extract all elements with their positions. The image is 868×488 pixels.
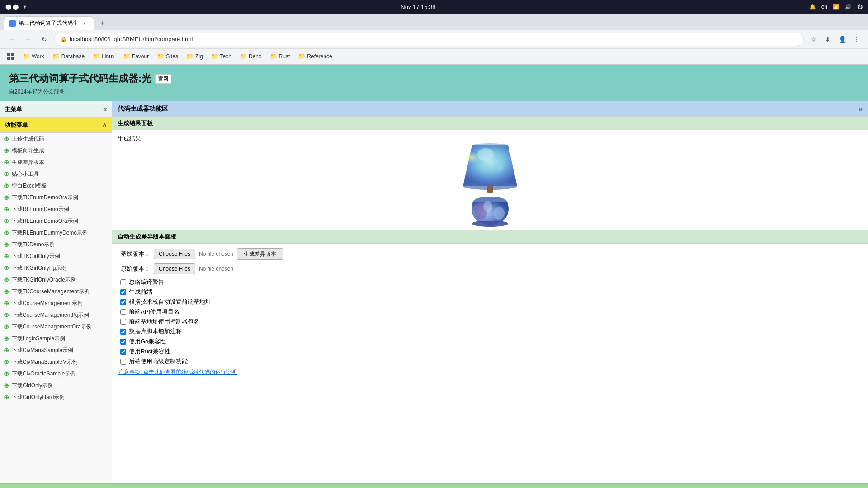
- bookmark-item-tech[interactable]: 📁Tech: [208, 51, 235, 62]
- bookmark-item-work[interactable]: 📁Work: [19, 51, 48, 62]
- window-menu-icon[interactable]: ▼: [22, 4, 27, 9]
- base-version-choose-files-button[interactable]: Choose Files: [154, 249, 195, 259]
- bookmark-item-zig[interactable]: 📁Zig: [183, 51, 207, 62]
- sidebar-menu-item[interactable]: ⊕下载CourseManagement示例: [0, 297, 112, 309]
- checkbox-6[interactable]: [120, 339, 126, 345]
- bookmark-item-linux[interactable]: 📁Linux: [89, 51, 118, 62]
- bookmark-item-rust[interactable]: 📁Rust: [266, 51, 294, 62]
- menu-plus-icon: ⊕: [4, 159, 9, 166]
- sidebar-menu-item[interactable]: ⊕下载GirlOnly示例: [0, 380, 112, 391]
- menu-item-label: 下载GirlOnlyHard示例: [12, 394, 65, 401]
- menu-item-label: 生成差异版本: [12, 159, 44, 166]
- result-panel: 生成结果面板 生成结果:: [112, 117, 868, 230]
- sidebar-menu-item[interactable]: ⊕下载TKDemo示例: [0, 239, 112, 250]
- os-window-controls[interactable]: ⬤ ⬤ ▼: [5, 4, 27, 10]
- sidebar-menu-item[interactable]: ⊕贴心小工具: [0, 168, 112, 180]
- lamp-image: [449, 136, 531, 228]
- sidebar-menu-item[interactable]: ⊕下载TKCourseManagement示例: [0, 286, 112, 297]
- menu-plus-icon: ⊕: [4, 323, 9, 330]
- checkbox-4[interactable]: [120, 319, 126, 325]
- sidebar-menu-list: ⊕上传生成代码⊕模板向导生成⊕生成差异版本⊕贴心小工具⊕空白Excel模板⊕下载…: [0, 133, 112, 483]
- bell-icon[interactable]: 🔔: [809, 4, 816, 10]
- sidebar-menu-item[interactable]: ⊕下载GirlOnlyHard示例: [0, 391, 112, 403]
- new-tab-button[interactable]: +: [96, 17, 108, 30]
- bookmark-label: Zig: [195, 53, 203, 60]
- page-title-text: 第三代动词算子式代码生成器:光: [9, 72, 151, 85]
- note-text-link[interactable]: 注意事项: 点击此处查看前端/后端代码的运行说明: [118, 368, 862, 376]
- checkbox-3[interactable]: [120, 309, 126, 315]
- menu-item-label: 下载TKDemo示例: [12, 241, 55, 249]
- official-badge: 官网: [155, 74, 171, 84]
- sidebar-menu-item[interactable]: ⊕下载TKGirlOnly示例: [0, 250, 112, 262]
- sidebar-func-menu-header: 功能菜单 ∧: [0, 117, 112, 133]
- page-header: 第三代动词算子式代码生成器:光 官网 自2014年起为公众服务: [0, 65, 868, 101]
- checkbox-1[interactable]: [120, 289, 126, 295]
- sidebar-menu-item[interactable]: ⊕下载CivOracleSample示例: [0, 368, 112, 380]
- menu-item-label: 贴心小工具: [12, 170, 39, 178]
- apps-grid-button[interactable]: [4, 51, 18, 62]
- sidebar-menu-item[interactable]: ⊕下载RLEnumDemo示例: [0, 203, 112, 215]
- autogen-panel-header: 自动生成差异版本面板: [112, 230, 868, 244]
- sidebar-menu-item[interactable]: ⊕生成差异版本: [0, 156, 112, 168]
- sidebar-menu-item[interactable]: ⊕下载CourseManagementPg示例: [0, 309, 112, 321]
- menu-button[interactable]: ⋮: [851, 33, 863, 45]
- checkbox-5[interactable]: [120, 329, 126, 335]
- bookmark-item-sites[interactable]: 📁Sites: [153, 51, 182, 62]
- menu-plus-icon: ⊕: [4, 147, 9, 154]
- window-control-buttons[interactable]: ⬤ ⬤: [5, 4, 19, 10]
- menu-item-label: 下载TKGirlOnlyPg示例: [12, 264, 66, 272]
- checkbox-label-6: 使用Go兼容性: [129, 338, 166, 346]
- sidebar-menu-item[interactable]: ⊕空白Excel模板: [0, 180, 112, 192]
- sidebar-menu-item[interactable]: ⊕模板向导生成: [0, 145, 112, 156]
- sidebar-menu-item[interactable]: ⊕下载LoginSample示例: [0, 333, 112, 344]
- bookmark-item-deno[interactable]: 📁Deno: [236, 51, 265, 62]
- sidebar-collapse-button[interactable]: «: [103, 105, 107, 113]
- checkbox-2[interactable]: [120, 299, 126, 305]
- func-menu-collapse-button[interactable]: ∧: [102, 121, 107, 129]
- active-tab[interactable]: 第三代动词算子式代码生 ×: [4, 16, 94, 30]
- sidebar-menu-item[interactable]: ⊕下载TKEnumDemoOra示例: [0, 192, 112, 203]
- menu-item-label: 下载TKCourseManagement示例: [12, 288, 90, 296]
- checkbox-label-7: 使用Rust兼容性: [129, 347, 170, 356]
- generate-diff-button[interactable]: 生成差异版本: [237, 248, 283, 260]
- checkbox-8[interactable]: [120, 359, 126, 365]
- folder-icon: 📁: [157, 53, 164, 60]
- url-bar[interactable]: 🔒 localhost:8080/LightSBMEU/html/compare…: [54, 33, 804, 46]
- bookmark-label: Database: [61, 53, 85, 60]
- result-panel-header: 生成结果面板: [112, 117, 868, 130]
- download-button[interactable]: ⬇: [822, 33, 834, 45]
- checkbox-0[interactable]: [120, 279, 126, 285]
- checkbox-7[interactable]: [120, 349, 126, 355]
- content-collapse-button[interactable]: »: [859, 105, 863, 113]
- sidebar-menu-item[interactable]: ⊕下载RLEnumDemoOra示例: [0, 215, 112, 227]
- bookmark-item-favour[interactable]: 📁Favour: [119, 51, 152, 62]
- bookmark-label: Work: [32, 53, 44, 60]
- bookmark-label: Favour: [132, 53, 149, 60]
- checkbox-label-2: 根据技术栈自动设置前端基地址: [129, 298, 211, 306]
- lang-indicator[interactable]: en: [821, 4, 827, 10]
- checkbox-row-5: 数据库脚本增加注释: [118, 328, 862, 336]
- profile-button[interactable]: 👤: [836, 33, 848, 45]
- back-button[interactable]: ←: [5, 33, 18, 46]
- menu-plus-icon: ⊕: [4, 347, 9, 354]
- bookmark-label: Deno: [249, 53, 262, 60]
- sidebar-menu-item[interactable]: ⊕下载CivMariaSampleM示例: [0, 356, 112, 368]
- tab-close-button[interactable]: ×: [81, 20, 88, 27]
- bookmark-label: Sites: [166, 53, 178, 60]
- bookmark-label: Reference: [307, 53, 332, 60]
- menu-plus-icon: ⊕: [4, 217, 9, 225]
- bookmark-item-database[interactable]: 📁Database: [49, 51, 88, 62]
- original-version-choose-files-button[interactable]: Choose Files: [154, 263, 195, 274]
- sidebar-menu-item[interactable]: ⊕下载CourseManagementOra示例: [0, 321, 112, 333]
- sidebar-menu-item[interactable]: ⊕下载RLEnumDummyDemo示例: [0, 227, 112, 239]
- menu-plus-icon: ⊕: [4, 394, 9, 401]
- folder-icon: 📁: [270, 53, 277, 60]
- sidebar-menu-item[interactable]: ⊕上传生成代码: [0, 133, 112, 145]
- sidebar-menu-item[interactable]: ⊕下载CivMariaSample示例: [0, 344, 112, 356]
- forward-button[interactable]: →: [22, 33, 34, 46]
- refresh-button[interactable]: ↻: [38, 33, 51, 46]
- bookmark-item-reference[interactable]: 📁Reference: [294, 51, 335, 62]
- sidebar-menu-item[interactable]: ⊕下载TKGirlOnlyPg示例: [0, 262, 112, 274]
- sidebar-menu-item[interactable]: ⊕下载TKGirlOnlyOracle示例: [0, 274, 112, 286]
- bookmark-star-button[interactable]: ☆: [807, 33, 819, 45]
